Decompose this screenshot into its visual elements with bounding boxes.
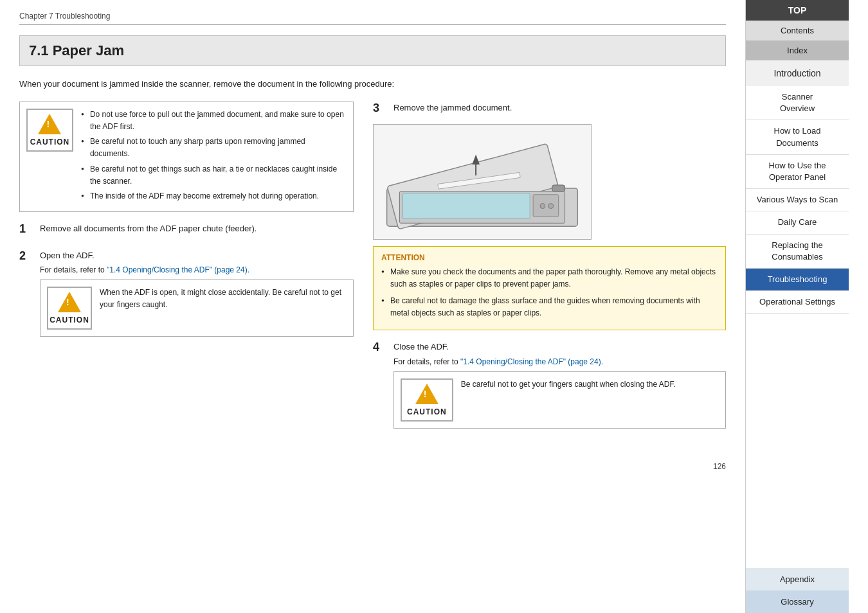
sidebar-item-scanner-overview[interactable]: ScannerOverview bbox=[746, 86, 849, 120]
caution-item-1: Do not use force to pull out the jammed … bbox=[81, 109, 347, 133]
step-2: 2 Open the ADF. For details, refer to "1… bbox=[19, 249, 354, 348]
attention-item-1: Make sure you check the documents and th… bbox=[381, 266, 718, 290]
caution-item-4: The inside of the ADF may become extreme… bbox=[81, 190, 347, 202]
caution-icon-1: CAUTION bbox=[26, 109, 73, 152]
left-column: CAUTION Do not use force to pull out the… bbox=[19, 102, 354, 449]
sidebar-glossary[interactable]: Glossary bbox=[746, 591, 849, 613]
sidebar-appendix[interactable]: Appendix bbox=[746, 568, 849, 591]
sidebar-item-daily-care[interactable]: Daily Care bbox=[746, 211, 849, 234]
caution-label-1: CAUTION bbox=[30, 138, 70, 147]
step-3-content: Remove the jammed document. bbox=[393, 102, 726, 118]
step-4-content: Close the ADF. For details, refer to "1.… bbox=[393, 341, 726, 439]
caution-item-3: Be careful not to get things such as hai… bbox=[81, 163, 347, 188]
step-2-number: 2 bbox=[19, 249, 32, 263]
sidebar-index[interactable]: Index bbox=[746, 40, 849, 60]
caution-box-1: CAUTION Do not use force to pull out the… bbox=[19, 102, 354, 212]
caution-triangle-4-icon bbox=[415, 384, 439, 404]
attention-title: ATTENTION bbox=[381, 253, 718, 262]
caution-item-2: Be careful not to touch any sharp parts … bbox=[81, 136, 347, 160]
step-3: 3 Remove the jammed document. bbox=[373, 102, 726, 118]
caution-list-1: Do not use force to pull out the jammed … bbox=[81, 109, 347, 202]
caution-text-1: Do not use force to pull out the jammed … bbox=[81, 109, 347, 205]
section-title: 7.1 Paper Jam bbox=[19, 35, 726, 66]
right-column: 3 Remove the jammed document. bbox=[373, 102, 726, 449]
caution-icon-4: CAUTION bbox=[401, 378, 453, 422]
intro-text: When your document is jammed inside the … bbox=[19, 78, 726, 91]
page-number: 126 bbox=[19, 462, 726, 471]
step-1-text: Remove all documents from the ADF paper … bbox=[40, 222, 354, 235]
step-1-number: 1 bbox=[19, 222, 32, 236]
step-4-subtext: For details, refer to "1.4 Opening/Closi… bbox=[393, 357, 726, 366]
sidebar-contents[interactable]: Contents bbox=[746, 21, 849, 40]
step-3-number: 3 bbox=[373, 102, 386, 115]
chapter-header: Chapter 7 Troubleshooting bbox=[19, 12, 726, 25]
step-2-text: Open the ADF. bbox=[40, 249, 354, 262]
sidebar-item-operator-panel[interactable]: How to Use the Operator Panel bbox=[746, 155, 849, 189]
content-columns: CAUTION Do not use force to pull out the… bbox=[19, 102, 726, 449]
svg-rect-5 bbox=[533, 195, 559, 217]
step-2-content: Open the ADF. For details, refer to "1.4… bbox=[40, 249, 354, 348]
step-3-text: Remove the jammed document. bbox=[393, 102, 726, 114]
svg-point-7 bbox=[548, 204, 554, 209]
step-4-number: 4 bbox=[373, 341, 386, 354]
sidebar-item-various-ways-to-scan[interactable]: Various Ways to Scan bbox=[746, 189, 849, 211]
caution-label-2: CAUTION bbox=[50, 315, 89, 324]
attention-item-2: Be careful not to damage the glass surfa… bbox=[381, 295, 718, 319]
caution-step2-text: When the ADF is open, it might close acc… bbox=[100, 287, 347, 311]
step-1-content: Remove all documents from the ADF paper … bbox=[40, 222, 354, 239]
svg-rect-8 bbox=[552, 185, 565, 191]
attention-box: ATTENTION Make sure you check the docume… bbox=[373, 246, 726, 330]
sidebar-item-operational-settings[interactable]: Operational Settings bbox=[746, 291, 849, 314]
step-2-link[interactable]: "1.4 Opening/Closing the ADF" (page 24). bbox=[107, 265, 249, 274]
caution-label-4: CAUTION bbox=[407, 407, 447, 416]
sidebar: TOP Contents Index Introduction ScannerO… bbox=[746, 0, 849, 613]
attention-text: Make sure you check the documents and th… bbox=[381, 266, 718, 319]
caution-triangle-icon bbox=[38, 114, 61, 134]
scanner-illustration bbox=[373, 124, 592, 240]
scanner-svg bbox=[374, 125, 591, 239]
attention-list: Make sure you check the documents and th… bbox=[381, 266, 718, 319]
caution-step4-text: Be careful not to get your fingers caugh… bbox=[461, 378, 676, 391]
step-4-link[interactable]: "1.4 Opening/Closing the ADF" (page 24). bbox=[460, 357, 603, 366]
svg-rect-3 bbox=[402, 193, 530, 219]
main-content: Chapter 7 Troubleshooting 7.1 Paper Jam … bbox=[0, 0, 746, 613]
caution-triangle-2-icon bbox=[58, 292, 81, 312]
step-4-text: Close the ADF. bbox=[393, 341, 726, 353]
sidebar-top[interactable]: TOP bbox=[746, 0, 849, 21]
sidebar-spacer bbox=[746, 314, 849, 568]
step-2-subtext: For details, refer to "1.4 Opening/Closi… bbox=[40, 265, 354, 274]
sidebar-item-introduction[interactable]: Introduction bbox=[746, 60, 849, 86]
sidebar-item-replacing-consumables[interactable]: Replacing the Consumables bbox=[746, 235, 849, 269]
svg-point-6 bbox=[540, 204, 545, 209]
sidebar-item-how-to-load-documents[interactable]: How to Load Documents bbox=[746, 120, 849, 154]
caution-icon-2: CAUTION bbox=[47, 287, 92, 330]
caution-box-4: CAUTION Be careful not to get your finge… bbox=[393, 371, 726, 429]
caution-box-2: CAUTION When the ADF is open, it might c… bbox=[40, 280, 354, 337]
step-4: 4 Close the ADF. For details, refer to "… bbox=[373, 341, 726, 439]
sidebar-item-troubleshooting[interactable]: Troubleshooting bbox=[746, 269, 849, 291]
step-1: 1 Remove all documents from the ADF pape… bbox=[19, 222, 354, 239]
